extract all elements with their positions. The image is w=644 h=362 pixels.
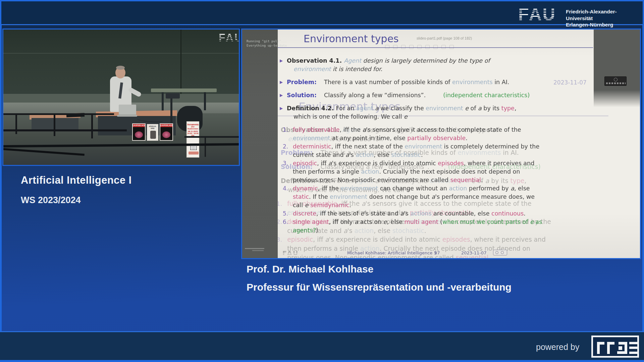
item-number: 2.	[283, 142, 288, 151]
poster-title: LAUFGELACE	[160, 124, 172, 127]
slide-text-segment: is completely determined by the	[442, 143, 539, 150]
powered-by-label: powered by	[536, 342, 579, 352]
slide-line: which is one of the following. We call e	[278, 113, 595, 121]
slide-text-segment: , else	[514, 185, 530, 192]
slide-text-segment: 's sensors give it access to the complet…	[366, 126, 521, 133]
desktop-strip-right	[594, 29, 640, 107]
poster-versammlung: Versammlung aller Studierenden 08.11.202…	[186, 121, 199, 158]
lecture-hall-video[interactable]: LAUFGELACE HÖRSAAL KINO LAUFGELACE Versa…	[3, 29, 239, 165]
chalkboard-seam	[3, 53, 239, 54]
slide-text-segment: 's experience is divided into atomic	[332, 160, 438, 167]
frame-edge-bottom	[0, 360, 644, 362]
slide-text-segment: then performs a single	[293, 168, 361, 175]
announcement-title: Versammlung	[187, 123, 199, 126]
cc-license-badge	[493, 250, 507, 255]
slide-line: agents?)	[278, 226, 595, 235]
slide-footer-author: Michael Kohlhase: Artificial Intelligenc…	[347, 250, 437, 255]
university-line1: Friedrich-Alexander-Universität	[566, 8, 643, 21]
slide-text-segment: ,	[515, 105, 517, 112]
slide-text-segment: environment	[293, 66, 331, 72]
chalk-tray	[151, 88, 217, 92]
slide-text-segment: , iff the sets of	[316, 210, 361, 217]
desktop-strip-left: Running "git pull"... Everything up-to-d…	[242, 29, 278, 258]
slide-line: 3.episodic, iff a's experience is divide…	[278, 159, 595, 168]
slide-line: environment at any point in time, else p…	[278, 134, 595, 142]
slide-text-segment: which is one of the following. We call	[293, 113, 404, 120]
slide-text-segment: discrete	[293, 210, 316, 217]
rrze-glyph	[617, 342, 627, 354]
toolbar-icon	[449, 45, 454, 49]
slide-text-segment: multi agent	[405, 219, 438, 225]
slide-text-segment: environment	[405, 143, 442, 150]
slide-text-segment: , where it perceives and	[470, 236, 546, 243]
slide-text-segment: sequential	[450, 177, 481, 183]
slide-text-segment: previous ones. Non-episodic environments…	[293, 177, 450, 183]
slide-text-segment: a	[355, 219, 358, 225]
course-term: WS 2023/2024	[21, 195, 81, 205]
slide-text-segment: environment	[426, 105, 463, 112]
poster-hoersaal-kino: HÖRSAAL KINO	[147, 124, 158, 141]
slide-line: call e semidynamic.	[278, 201, 595, 209]
slide-text-segment: semidynamic	[310, 202, 350, 208]
slide-text-segment: Classify along a few “dimensions”.	[324, 92, 426, 99]
slide-text-segment: For an	[336, 105, 356, 112]
slide-line: ▶Problem:There is a vast number of possi…	[278, 78, 595, 86]
slide-text-segment: agents?	[293, 227, 316, 234]
toolbar-icon	[409, 45, 414, 49]
slide-line: 4.dynamic, iff the environment can chang…	[278, 184, 595, 193]
slide-line: previous ones. Non-episodic environments…	[278, 176, 595, 184]
slide-text-segment: episodic	[293, 160, 317, 167]
laptop	[119, 105, 136, 115]
slide-text-segment: )	[316, 227, 318, 234]
slide-content: Environment types▶Observation 4.1. Agent…	[278, 29, 595, 235]
item-number: 4.	[283, 184, 288, 193]
slide-text-segment: action	[449, 185, 467, 192]
rrze-glyph	[629, 342, 637, 354]
railing-post	[91, 114, 93, 138]
frame-edge-right	[642, 0, 644, 362]
railing	[184, 136, 239, 138]
course-title: Artificial Intelligence I	[21, 174, 131, 186]
slide-text-segment: current state and	[293, 152, 345, 158]
item-number: 5.	[283, 209, 288, 218]
slide-text-segment: , iff the next state of the	[331, 143, 405, 150]
slide-text-segment: partially observable	[407, 135, 466, 141]
slide-text-segment: continuous	[491, 210, 524, 217]
slide-text-segment: action	[356, 152, 374, 158]
slide-text-segment: static	[293, 193, 309, 200]
slide-text-segment: environment	[293, 135, 330, 141]
university-line2: Erlangen-Nürnberg	[566, 21, 643, 28]
slide-video[interactable]: Environment types▶Observation 4.1. Agent…	[242, 29, 640, 258]
slide-text-segment: in AI.	[493, 79, 509, 85]
slide-text-segment: environment	[341, 185, 378, 192]
slide-text-segment: 's	[404, 210, 411, 217]
slide-text-segment: it is intended for.	[331, 66, 382, 72]
slide-text-segment: action	[361, 168, 379, 175]
slide-page-number: 97	[434, 250, 440, 255]
taskbar-artifact	[245, 248, 264, 249]
slide-text-segment: can change without an	[378, 185, 449, 192]
rrze-logo-icon	[591, 336, 639, 358]
poster-line: KINO	[148, 128, 158, 130]
bullet-icon: ▶	[280, 91, 283, 100]
slide-text-segment: a	[325, 236, 329, 243]
slide-fau-logo: FAU	[282, 250, 299, 256]
poster-art	[162, 131, 170, 138]
bullet-icon: ▶	[280, 78, 283, 86]
frame-edge-left	[0, 0, 2, 362]
toolbar-icon	[401, 45, 406, 49]
cc-circle-icon	[495, 251, 498, 254]
railing	[3, 129, 127, 131]
cc-license-badge-ghost	[604, 76, 627, 86]
slide-text-segment: , iff	[313, 236, 325, 243]
slide-text-segment: a	[478, 105, 482, 112]
presenter-chair: Professur für Wissensrepräsentation und …	[247, 282, 512, 293]
slide-text-segment: Agent	[344, 57, 361, 64]
railing-post	[205, 136, 206, 157]
toolbar-icon	[441, 45, 446, 49]
slide-text-segment: are countable, else	[432, 210, 491, 217]
slide-text-segment: , iff the	[340, 126, 363, 133]
slide-text-segment: e	[530, 219, 534, 225]
cc-circle-icon	[614, 78, 618, 81]
slide-text-segment: performed by	[467, 185, 511, 192]
